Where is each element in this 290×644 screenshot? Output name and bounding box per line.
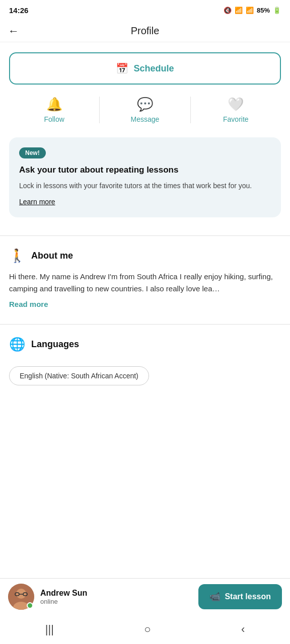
nav-menu-button[interactable]: ||| (30, 620, 69, 639)
message-label: Message (131, 115, 160, 123)
wifi-icon: 📶 (235, 7, 243, 14)
heart-icon: 🤍 (228, 97, 244, 112)
favorite-action[interactable]: 🤍 Favorite (190, 97, 281, 123)
action-row: 🔔 Follow 💬 Message 🤍 Favorite (9, 97, 281, 123)
status-bar: 14:26 🔇 📶 📶 85% 🔋 (0, 0, 290, 20)
nav-back-button[interactable]: ‹ (226, 620, 260, 639)
battery-icon: 🔋 (273, 7, 281, 14)
mute-icon: 🔇 (224, 7, 232, 14)
schedule-button[interactable]: 📅 Schedule (9, 52, 281, 85)
bell-icon: 🔔 (46, 97, 62, 112)
schedule-label: Schedule (133, 63, 174, 74)
online-indicator (27, 602, 33, 609)
promo-title: Ask your tutor about repeating lessons (19, 165, 271, 176)
languages-header: 🌐 Languages (9, 337, 281, 352)
languages-section: 🌐 Languages English (Native: South Afric… (9, 324, 281, 385)
message-icon: 💬 (137, 97, 153, 112)
status-icons: 🔇 📶 📶 85% 🔋 (224, 7, 281, 14)
message-action[interactable]: 💬 Message (99, 97, 190, 123)
follow-label: Follow (44, 115, 64, 123)
bottom-bar: Andrew Sun online 📹 Start lesson ||| ○ ‹ (0, 578, 290, 644)
person-walking-icon: 🚶 (9, 248, 25, 264)
promo-description: Lock in lessons with your favorite tutor… (19, 181, 271, 191)
language-tag-english: English (Native: South African Accent) (9, 366, 149, 385)
svg-point-1 (16, 589, 26, 599)
back-button[interactable]: ← (8, 25, 19, 38)
calendar-icon: 📅 (116, 62, 128, 74)
favorite-label: Favorite (223, 115, 249, 123)
about-me-text: Hi there. My name is Andrew I'm from Sou… (9, 271, 281, 295)
read-more-link[interactable]: Read more (9, 300, 48, 308)
tutor-info: Andrew Sun online (40, 589, 192, 605)
signal-icon: 📶 (246, 7, 254, 14)
globe-icon: 🌐 (9, 337, 25, 352)
tutor-avatar-wrap (8, 584, 34, 610)
nav-home-button[interactable]: ○ (129, 620, 166, 639)
battery-level: 85% (257, 7, 270, 14)
page-title: Profile (131, 25, 160, 37)
navigation-bar: ||| ○ ‹ (0, 615, 290, 644)
tutor-status: online (40, 598, 192, 605)
learn-more-link[interactable]: Learn more (19, 198, 55, 206)
start-lesson-label: Start lesson (225, 592, 271, 601)
about-me-header: 🚶 About me (9, 248, 281, 264)
video-camera-icon: 📹 (209, 591, 221, 602)
status-time: 14:26 (9, 6, 28, 15)
languages-title: Languages (31, 339, 79, 350)
promo-card: New! Ask your tutor about repeating less… (9, 137, 281, 217)
languages-divider (0, 324, 290, 325)
new-badge: New! (19, 147, 46, 158)
start-lesson-button[interactable]: 📹 Start lesson (198, 584, 282, 609)
tutor-strip: Andrew Sun online 📹 Start lesson (0, 579, 290, 615)
about-me-title: About me (31, 251, 73, 261)
tutor-name: Andrew Sun (40, 589, 192, 598)
follow-action[interactable]: 🔔 Follow (9, 97, 99, 123)
section-divider (0, 235, 290, 236)
page-header: ← Profile (0, 20, 290, 42)
main-content: 📅 Schedule 🔔 Follow 💬 Message 🤍 Favorite… (0, 42, 290, 446)
